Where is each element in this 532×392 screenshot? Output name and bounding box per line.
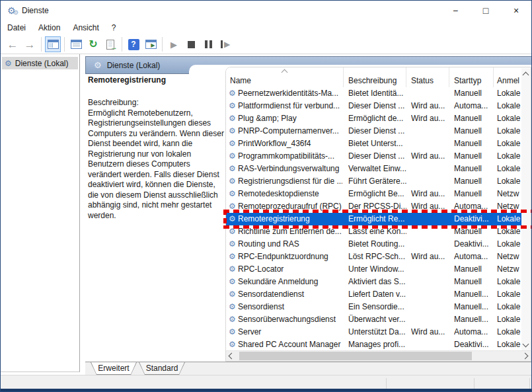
refresh-icon: ↻	[89, 39, 97, 50]
cell-beschreibung: Bietet Identitä...	[348, 87, 406, 100]
table-row[interactable]: ⚙RPC-LocatorUnter Window...ManuellNetzw	[226, 263, 521, 276]
column-header-anmelden[interactable]: Anmel	[494, 67, 521, 87]
cell-beschreibung: Ermöglicht de...	[348, 112, 406, 125]
cell-name: Programmkompatibilitäts-...	[238, 150, 342, 163]
pause-icon	[205, 40, 212, 48]
help-button[interactable]: ?	[126, 36, 141, 52]
table-row[interactable]: ⚙Programmkompatibilitäts-...Dieser Diens…	[226, 150, 521, 163]
properties-button[interactable]	[68, 36, 84, 52]
tab-standard[interactable]: Standard	[139, 362, 185, 375]
restart-service-button[interactable]: ▶	[217, 36, 233, 52]
table-row[interactable]: ⚙Peernetzwerkidentitäts-Ma...Bietet Iden…	[226, 87, 521, 100]
menu-datei[interactable]: Datei	[1, 21, 32, 34]
table-row[interactable]: ⚙Shared PC Account ManagerManages profi.…	[226, 338, 521, 351]
cell-status: Wird au...	[411, 112, 449, 125]
panel-header-title: Dienste (Lokal)	[107, 61, 161, 70]
table-row[interactable]: ⚙PNRP-Computernamenver...Dieser Dienst .…	[226, 125, 521, 137]
table-row[interactable]: ⚙RemotedesktopdiensteErmöglicht Be...Wir…	[226, 188, 521, 200]
table-row[interactable]: ⚙PrintWorkflow_436f4Bietet Unterst...Man…	[226, 137, 521, 150]
service-gear-icon: ⚙	[229, 175, 238, 188]
annotation-rectangle-left	[223, 210, 227, 229]
service-gear-icon: ⚙	[229, 188, 238, 200]
column-header-starttyp[interactable]: Starttyp	[449, 67, 494, 87]
window-title: Dienste	[22, 6, 49, 15]
status-divider	[386, 378, 387, 389]
maximize-button[interactable]: □	[471, 1, 501, 20]
menu-hilfe[interactable]: ?	[106, 21, 122, 34]
cell-anmelden: Lokale	[497, 301, 523, 313]
action-pane-icon	[145, 40, 157, 49]
minimize-button[interactable]: −	[440, 1, 471, 20]
horizontal-scrollbar[interactable]	[226, 350, 531, 361]
cell-starttyp: Automa...	[454, 326, 492, 338]
stop-service-button[interactable]	[183, 36, 199, 52]
show-action-pane-button[interactable]	[143, 36, 159, 52]
scroll-down-icon[interactable]	[523, 341, 529, 348]
table-row[interactable]: ⚙SensordienstEin Sensordie...Manuell...L…	[226, 301, 521, 313]
cell-beschreibung: Bietet Unterst...	[348, 137, 406, 150]
title-bar: ⚙⚙ Dienste − □ ×	[1, 1, 531, 20]
table-row[interactable]: ⚙ServerUnterstützt Da...Wird au...Automa…	[226, 326, 521, 338]
selected-service-title: Remoteregistrierung	[88, 75, 225, 85]
services-list: Name Beschreibung Status Starttyp Anmel …	[225, 67, 531, 362]
cell-status	[411, 276, 449, 288]
table-row[interactable]: ⚙SensordatendienstLiefert Daten v...Manu…	[226, 288, 521, 301]
cell-starttyp: Manuell	[454, 125, 492, 137]
export-list-button[interactable]: →	[102, 36, 118, 52]
table-row[interactable]: ⚙RemoteregistrierungErmöglicht Re...Deak…	[226, 213, 521, 225]
cell-name: Routing und RAS	[238, 238, 342, 251]
scroll-right-icon[interactable]	[522, 353, 529, 360]
service-gear-icon: ⚙	[229, 276, 238, 288]
table-row[interactable]: ⚙Sekundäre AnmeldungAktiviert das S...Ma…	[226, 276, 521, 288]
toolbar: ← → ↻ → ? ▶ ▶	[1, 35, 531, 54]
cell-beschreibung: Löst RPC-Sch...	[348, 251, 406, 263]
table-row[interactable]: ⚙RAS-VerbindungsverwaltungVerwaltet Einw…	[226, 163, 521, 175]
cell-beschreibung: Bietet Routing...	[348, 238, 406, 251]
cell-anmelden: Lokale	[497, 137, 523, 150]
pause-service-button[interactable]	[200, 36, 216, 52]
cell-starttyp: Automa...	[454, 100, 492, 112]
cell-anmelden: Lokale	[497, 175, 523, 188]
view-tabs: Erweitert Standard	[85, 362, 532, 375]
toolbar-separator	[41, 37, 42, 52]
refresh-button[interactable]: ↻	[85, 36, 101, 52]
table-row[interactable]: ⚙Routing und RASBietet Routing...Deaktiv…	[226, 238, 521, 251]
table-row[interactable]: ⚙SensorüberwachungsdienstÜberwacht ver..…	[226, 313, 521, 326]
table-row[interactable]: ⚙RPC-EndpunktzuordnungLöst RPC-Sch...Wir…	[226, 251, 521, 263]
tab-erweitert[interactable]: Erweitert	[91, 362, 137, 375]
back-button[interactable]: ←	[5, 36, 20, 52]
cell-anmelden: Lokale	[497, 87, 523, 100]
description-pane: Remoteregistrierung Beschreibung: Ermögl…	[88, 75, 225, 221]
column-header-beschreibung[interactable]: Beschreibung	[344, 67, 406, 87]
close-button[interactable]: ×	[501, 1, 531, 20]
start-service-button[interactable]: ▶	[166, 36, 182, 52]
cell-anmelden: Lokale	[497, 338, 523, 351]
cell-status	[411, 338, 449, 351]
menu-ansicht[interactable]: Ansicht	[67, 21, 104, 34]
table-row[interactable]: ⚙Registrierungsdienst für die ...Führt G…	[226, 175, 521, 188]
cell-status	[411, 238, 449, 251]
toolbar-separator	[64, 37, 65, 52]
scroll-left-icon[interactable]	[229, 353, 235, 360]
service-gear-icon: ⚙	[229, 263, 238, 276]
show-console-tree-button[interactable]	[45, 36, 61, 52]
cell-name: Shared PC Account Manager	[238, 338, 342, 351]
service-gear-icon: ⚙	[229, 326, 238, 338]
cell-status	[411, 301, 449, 313]
cell-beschreibung: Ermöglicht Be...	[348, 188, 406, 200]
table-row[interactable]: ⚙Plug &amp; PlayErmöglicht de...Wird au.…	[226, 112, 521, 125]
cell-anmelden: Lokale	[497, 313, 523, 326]
scroll-up-icon[interactable]	[523, 72, 529, 79]
column-header-status[interactable]: Status	[406, 67, 449, 87]
service-gear-icon: ⚙	[229, 125, 238, 137]
menu-aktion[interactable]: Aktion	[32, 21, 66, 34]
cell-anmelden: Netzw	[497, 251, 523, 263]
annotation-rectangle-bottom	[223, 225, 532, 229]
table-row[interactable]: ⚙Plattformdienst für verbund...Dieser Di…	[226, 100, 521, 112]
cell-anmelden: Lokale	[497, 213, 523, 225]
forward-button[interactable]: →	[22, 36, 38, 52]
tree-item-dienste-lokal[interactable]: ⚙ Dienste (Lokal)	[2, 57, 78, 69]
cell-beschreibung: Dieser Dienst ...	[348, 150, 406, 163]
horizontal-scrollbar-thumb[interactable]	[239, 352, 472, 360]
cell-name: PNRP-Computernamenver...	[238, 125, 342, 137]
